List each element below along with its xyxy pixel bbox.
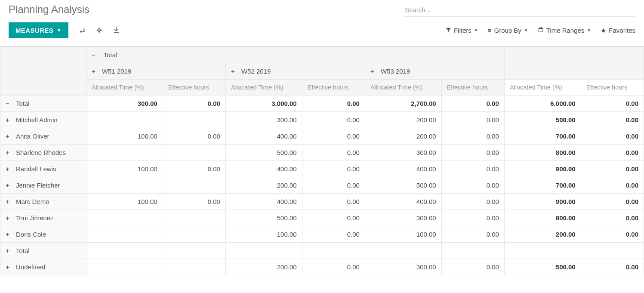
pivot-cell[interactable]: 0.00: [163, 128, 225, 145]
pivot-cell[interactable]: 0.00: [581, 194, 644, 210]
pivot-cell[interactable]: 100.00: [365, 226, 441, 243]
col-group-header[interactable]: +W53 2019: [365, 63, 504, 80]
pivot-cell[interactable]: 400.00: [225, 194, 302, 210]
pivot-cell[interactable]: 500.00: [504, 259, 581, 275]
pivot-cell[interactable]: 200.00: [365, 112, 441, 128]
pivot-cell[interactable]: 0.00: [441, 128, 504, 145]
pivot-cell[interactable]: [504, 243, 581, 259]
pivot-cell[interactable]: 400.00: [225, 161, 302, 177]
pivot-cell[interactable]: 0.00: [441, 194, 504, 210]
pivot-cell[interactable]: 0.00: [581, 259, 644, 275]
pivot-cell[interactable]: 0.00: [581, 96, 644, 112]
pivot-cell[interactable]: 0.00: [581, 128, 644, 145]
measure-header[interactable]: Effective hours: [441, 80, 504, 96]
pivot-cell[interactable]: 0.00: [302, 210, 365, 226]
pivot-cell[interactable]: 0.00: [441, 112, 504, 128]
measure-header[interactable]: Effective hours: [302, 80, 365, 96]
pivot-cell[interactable]: [86, 112, 163, 128]
row-header[interactable]: +Doris Cole: [0, 226, 86, 243]
pivot-cell[interactable]: [225, 243, 302, 259]
pivot-cell[interactable]: 0.00: [581, 210, 644, 226]
pivot-cell[interactable]: 800.00: [504, 145, 581, 161]
pivot-cell[interactable]: 800.00: [504, 210, 581, 226]
pivot-cell[interactable]: 200.00: [365, 128, 441, 145]
pivot-cell[interactable]: 500.00: [225, 210, 302, 226]
pivot-cell[interactable]: 200.00: [504, 226, 581, 243]
col-group-header[interactable]: +W51 2019: [86, 63, 225, 80]
timeranges-button[interactable]: Time Ranges ▼: [538, 27, 592, 34]
pivot-cell[interactable]: 500.00: [365, 177, 441, 194]
search-input[interactable]: [403, 3, 635, 16]
pivot-cell[interactable]: 0.00: [302, 161, 365, 177]
pivot-cell[interactable]: 0.00: [441, 145, 504, 161]
measure-header[interactable]: Allocated Time (%): [86, 80, 163, 96]
pivot-cell[interactable]: 400.00: [365, 194, 441, 210]
pivot-cell[interactable]: [86, 177, 163, 194]
row-header[interactable]: +Total: [0, 243, 86, 259]
pivot-cell[interactable]: 0.00: [441, 210, 504, 226]
pivot-cell[interactable]: 0.00: [163, 96, 225, 112]
pivot-cell[interactable]: [581, 243, 644, 259]
pivot-cell[interactable]: 200.00: [225, 177, 302, 194]
pivot-cell[interactable]: [163, 210, 225, 226]
pivot-cell[interactable]: [441, 243, 504, 259]
pivot-cell[interactable]: 0.00: [302, 226, 365, 243]
pivot-cell[interactable]: 100.00: [225, 226, 302, 243]
pivot-cell[interactable]: 0.00: [581, 161, 644, 177]
pivot-cell[interactable]: 0.00: [441, 161, 504, 177]
measure-header[interactable]: Effective hours: [581, 80, 644, 96]
pivot-cell[interactable]: 0.00: [302, 259, 365, 275]
pivot-cell[interactable]: 900.00: [504, 194, 581, 210]
pivot-cell[interactable]: 3,000.00: [225, 96, 302, 112]
pivot-cell[interactable]: 900.00: [504, 161, 581, 177]
pivot-cell[interactable]: 0.00: [302, 112, 365, 128]
row-header[interactable]: +Sharlene Rhodes: [0, 145, 86, 161]
measure-header[interactable]: Allocated Time (%): [504, 80, 581, 96]
pivot-cell[interactable]: [86, 243, 163, 259]
pivot-cell[interactable]: 0.00: [302, 96, 365, 112]
pivot-cell[interactable]: [163, 145, 225, 161]
pivot-cell[interactable]: 2,700.00: [365, 96, 441, 112]
pivot-cell[interactable]: 500.00: [504, 112, 581, 128]
pivot-cell[interactable]: 100.00: [86, 161, 163, 177]
pivot-cell[interactable]: 500.00: [225, 145, 302, 161]
pivot-cell[interactable]: 400.00: [225, 128, 302, 145]
pivot-cell[interactable]: 0.00: [581, 226, 644, 243]
pivot-cell[interactable]: 0.00: [441, 259, 504, 275]
pivot-cell[interactable]: [163, 112, 225, 128]
pivot-cell[interactable]: 0.00: [302, 194, 365, 210]
expand-icon[interactable]: ✥: [96, 26, 102, 35]
pivot-cell[interactable]: 300.00: [86, 96, 163, 112]
filters-button[interactable]: Filters ▼: [446, 27, 478, 34]
pivot-cell[interactable]: [86, 145, 163, 161]
favorites-button[interactable]: ★ Favorites: [601, 27, 635, 34]
pivot-cell[interactable]: 300.00: [365, 145, 441, 161]
measure-header[interactable]: Allocated Time (%): [225, 80, 302, 96]
pivot-cell[interactable]: [86, 210, 163, 226]
flip-axis-icon[interactable]: ⇄: [80, 26, 85, 35]
pivot-cell[interactable]: 0.00: [302, 145, 365, 161]
row-total-header[interactable]: −Total: [0, 96, 86, 112]
col-group-header[interactable]: +W52 2019: [225, 63, 365, 80]
row-header[interactable]: +Jennie Fletcher: [0, 177, 86, 194]
pivot-cell[interactable]: 0.00: [581, 112, 644, 128]
download-icon[interactable]: [113, 26, 120, 35]
pivot-cell[interactable]: 0.00: [441, 96, 504, 112]
measure-header[interactable]: Effective hours: [163, 80, 225, 96]
pivot-cell[interactable]: [365, 243, 441, 259]
pivot-cell[interactable]: [163, 259, 225, 275]
pivot-cell[interactable]: 300.00: [365, 210, 441, 226]
pivot-cell[interactable]: 0.00: [441, 177, 504, 194]
pivot-cell[interactable]: 0.00: [581, 177, 644, 194]
pivot-cell[interactable]: [163, 177, 225, 194]
pivot-cell[interactable]: 300.00: [365, 259, 441, 275]
row-header[interactable]: +Anita Oliver: [0, 128, 86, 145]
pivot-cell[interactable]: 0.00: [302, 128, 365, 145]
pivot-cell[interactable]: 100.00: [86, 194, 163, 210]
row-header[interactable]: +Toni Jimenez: [0, 210, 86, 226]
measures-button[interactable]: MEASURES ▼: [9, 22, 68, 38]
pivot-cell[interactable]: [302, 243, 365, 259]
pivot-cell[interactable]: [163, 226, 225, 243]
row-header[interactable]: +Randall Lewis: [0, 161, 86, 177]
pivot-cell[interactable]: [163, 243, 225, 259]
